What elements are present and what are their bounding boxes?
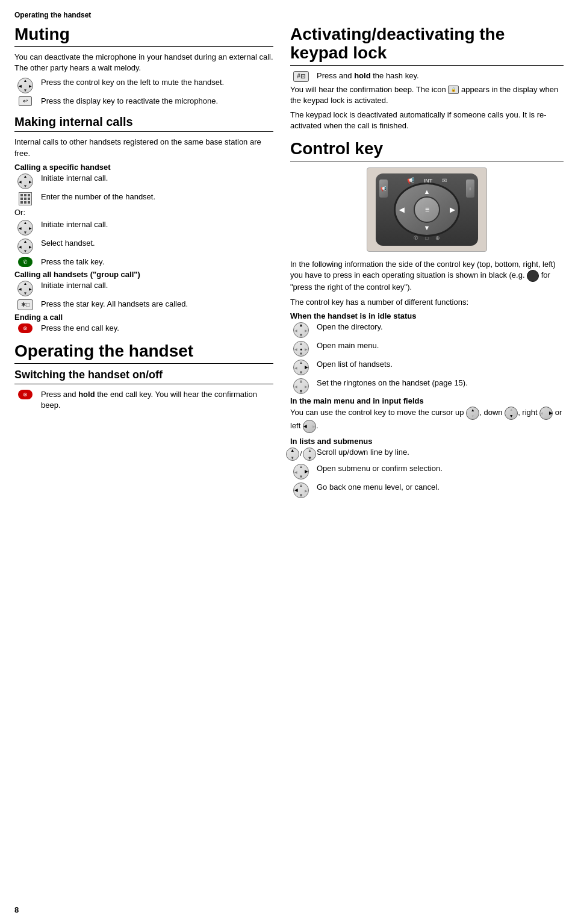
operating-divider [14,363,273,364]
calling-specific-subtitle: Calling a specific handset [14,163,273,172]
keypad-icon [14,192,36,205]
switching-text-1: Press and hold the end call key. You wil… [41,389,273,411]
muting-text-2: Press the display key to reactivate the … [41,96,273,107]
header-title: Operating the handset [14,11,91,19]
lists-row-3: ▲ ▼ ◀ ▶ Go back one menu level, or cance… [290,482,564,498]
calling-specific-row-1: ▲ ▼ ◀ ▶ Initiate internal call. [14,173,273,189]
right-ctrl-inline-icon [527,270,539,282]
control-key-image: 📢 📢 INT ✉ ▲ ▼ ◀ ▶ ☰ [367,167,487,252]
ctrl-icon-list-3: ▲ ▼ ◀ ▶ [290,482,312,498]
activating-body-1: You will hear the confirmation beep. The… [290,84,564,106]
idle-row-3: ▲ ▼ ◀ ▶ Open list of handsets. [290,359,564,375]
hash-icon: #⊡ [290,70,312,82]
back-icon-mute: ↩ [14,96,36,106]
calling-specific-text-2: Enter the number of the handset. [41,192,273,202]
making-internal-calls-title: Making internal calls [14,115,273,129]
or-row-3: ✆ Press the talk key. [14,257,273,267]
ctrl-right-inline: ▶ ◀ [539,407,553,420]
idle-text-2: Open main menu. [317,340,564,351]
idle-text-3: Open list of handsets. [317,359,564,370]
idle-row-2: ▲ ▼ ◀ ▶ ● Open main menu. [290,340,564,357]
control-key-section: Control key 📢 📢 INT ✉ ▲ ▼ [290,140,564,498]
muting-divider [14,46,273,47]
ctrl-icon-or-1: ▲ ▼ ◀ ▶ [14,219,36,236]
calling-all-row-1: ▲ ▼ ◀ ▶ Initiate internal call. [14,280,273,296]
ctrl-icon-mute: ▲ ▼ ◀ ▶ [14,77,36,93]
end-call-icon-ending: ⊗ [14,323,36,333]
activating-row-1: #⊡ Press and hold the hash key. [290,70,564,82]
right-column: Activating/deactivating the keypad lock … [290,25,564,507]
operating-section: Operating the handset Switching the hand… [14,342,273,411]
ctrl-icon-idle-3: ▲ ▼ ◀ ▶ [290,359,312,375]
ctrl-up-inline: ▲ ▼ [466,407,479,420]
activating-divider [290,65,564,66]
switching-row-1: ⊗ Press and hold the end call key. You w… [14,389,273,411]
star-icon: ✱□ [14,299,36,310]
main-menu-subtitle: In the main menu and in input fields [290,396,564,405]
left-column: Muting You can deactivate the microphone… [14,25,273,507]
control-key-info-2: The control key has a number of differen… [290,297,564,308]
muting-row-1: ▲ ▼ ◀ ▶ Press the control key on the lef… [14,77,273,93]
making-internal-divider [14,131,273,132]
ending-text-1: Press the end call key. [41,323,273,334]
calling-all-text-2: Press the star key. All handsets are cal… [41,299,273,310]
calling-specific-row-2: Enter the number of the handset. [14,192,273,205]
ending-subtitle: Ending a call [14,313,273,322]
control-key-title: Control key [290,140,564,158]
lists-text-2: Open submenu or confirm selection. [317,463,564,474]
ctrl-icon-list-1: ▲ ▼ / ▲ ▼ [290,447,312,461]
talk-icon: ✆ [14,257,36,267]
muting-body: You can deactivate the microphone in you… [14,52,273,73]
muting-row-2: ↩ Press the display key to reactivate th… [14,96,273,107]
lists-text-1: Scroll up/down line by line. [317,447,564,458]
calling-all-subtitle: Calling all handsets ("group call") [14,270,273,279]
lists-row-2: ▲ ▼ ◀ ▶ Open submenu or confirm selectio… [290,463,564,479]
idle-text-4: Set the ringtones on the handset (page 1… [317,378,564,389]
ending-row-1: ⊗ Press the end call key. [14,323,273,334]
ctrl-icon-or-2: ▲ ▼ ◀ ▶ [14,238,36,254]
ctrl-icon-all-1: ▲ ▼ ◀ ▶ [14,280,36,296]
main-menu-body: You can use the control key to move the … [290,407,564,433]
idle-row-4: ▲ ▼ ◀ ▶ Set the ringtones on the handset… [290,378,564,394]
ctrl-icon-idle-4: ▲ ▼ ◀ ▶ [290,378,312,394]
control-key-info-1: In the following information the side of… [290,259,564,293]
ctrl-left-inline: ◀ ▶ [303,420,316,433]
switching-subtitle: Switching the handset on/off [14,369,273,381]
control-key-divider [290,161,564,161]
making-internal-calls-section: Making internal calls Internal calls to … [14,115,273,334]
page-number: 8 [14,905,19,914]
or-text-3: Press the talk key. [41,257,273,267]
idle-text-1: Open the directory. [317,322,564,332]
lock-inline-icon: 🔒 [448,86,459,94]
or-row-1: ▲ ▼ ◀ ▶ Initiate internal call. [14,219,273,236]
operating-title: Operating the handset [14,342,273,361]
ctrl-icon-specific-1: ▲ ▼ ◀ ▶ [14,173,36,189]
end-call-icon-switch: ⊗ [14,389,36,399]
lists-row-1: ▲ ▼ / ▲ ▼ Scroll up/down line by line. [290,447,564,461]
or-row-2: ▲ ▼ ◀ ▶ Select handset. [14,238,273,254]
activating-body-2: The keypad lock is deactivated automatic… [290,110,564,131]
lists-subtitle: In lists and submenus [290,437,564,446]
or-text-1: Initiate internal call. [41,219,273,230]
switching-divider [14,384,273,384]
idle-row-1: ▲ ▼ ◀ ▶ Open the directory. [290,322,564,338]
idle-status-subtitle: When the handset is in idle status [290,311,564,320]
making-internal-body: Internal calls to other handsets registe… [14,137,273,158]
activating-section: Activating/deactivating the keypad lock … [290,25,564,131]
ctrl-icon-idle-1: ▲ ▼ ◀ ▶ [290,322,312,338]
muting-text-1: Press the control key on the left to mut… [41,77,273,88]
ctrl-icon-idle-2: ▲ ▼ ◀ ▶ ● [290,340,312,357]
muting-title: Muting [14,25,273,44]
activating-text-1: Press and hold the hash key. [317,70,564,81]
calling-all-text-1: Initiate internal call. [41,280,273,291]
activating-title: Activating/deactivating the keypad lock [290,25,564,63]
lists-text-3: Go back one menu level, or cancel. [317,482,564,493]
or-text-2: Select handset. [41,238,273,249]
calling-specific-text-1: Initiate internal call. [41,173,273,184]
or-label: Or: [14,208,273,217]
ctrl-icon-list-2: ▲ ▼ ◀ ▶ [290,463,312,479]
ctrl-down-inline: ▲ ▼ [505,407,518,420]
calling-all-row-2: ✱□ Press the star key. All handsets are … [14,299,273,310]
page-header: Operating the handset [14,11,564,19]
muting-section: Muting You can deactivate the microphone… [14,25,273,107]
